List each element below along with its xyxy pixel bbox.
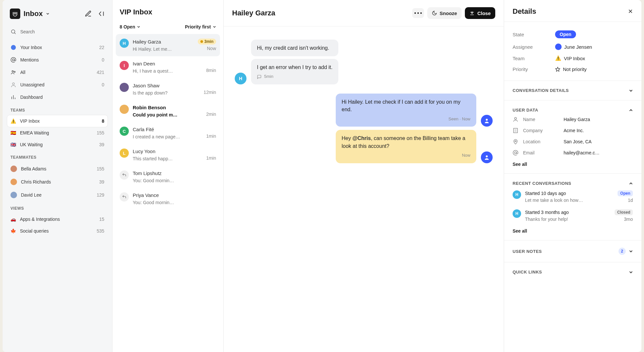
see-all-recent[interactable]: See all: [513, 225, 633, 234]
conversation-name: Carla Fité: [133, 127, 154, 132]
conversation-item[interactable]: Tom Lipshutz You: Good mornin…: [116, 166, 220, 188]
agent-avatar: [481, 115, 493, 127]
conversation-preview: This started happ…: [133, 156, 173, 161]
conversation-items: H Hailey Garza 3min Hi Hailey. Let me… N…: [112, 33, 223, 352]
assignee-value[interactable]: June Jensen: [555, 44, 592, 50]
sidebar-item-label: All: [20, 70, 25, 75]
conversation-preview: Hi, I have a quest…: [133, 68, 173, 74]
teammates-heading: TEAMMATES: [7, 150, 108, 162]
sidebar-item-teammate[interactable]: Chris Richards 39: [7, 175, 108, 188]
recent-status-badge: Open: [618, 190, 633, 196]
sidebar-item-count: 22: [99, 45, 104, 50]
sidebar-item-label: Bella Adams: [21, 166, 46, 171]
compose-icon[interactable]: [85, 10, 92, 17]
recent-conversation-item[interactable]: H Started 10 days ago Open Let me take a…: [513, 187, 633, 206]
star-icon: [555, 67, 560, 72]
svg-point-2: [12, 59, 14, 61]
svg-rect-13: [514, 128, 517, 133]
message-meta: Seen · Now: [342, 116, 470, 122]
conversation-item[interactable]: C Carla Fité I created a new page… 1min: [116, 122, 220, 144]
sidebar-item-all[interactable]: All 421: [7, 66, 108, 79]
conversation-details-section[interactable]: CONVERSATION DETAILS: [504, 81, 641, 100]
user-name-value: Hailey Garza: [564, 117, 590, 122]
user-data-header[interactable]: USER DATA: [513, 106, 633, 114]
chevron-down-icon: [46, 12, 49, 15]
conversation-time: 8min: [206, 68, 216, 73]
conversation-actions: Snooze Close: [412, 7, 495, 19]
message-bubble[interactable]: Hi, my credit card isn't working.: [251, 40, 338, 56]
search-input[interactable]: Search: [7, 26, 108, 38]
user-notes-count: 2: [619, 248, 626, 255]
priority-value[interactable]: Not priority: [555, 66, 587, 72]
svg-point-14: [515, 141, 516, 142]
sidebar-item-teammate[interactable]: Bella Adams 155: [7, 162, 108, 175]
sidebar-item-vip-inbox[interactable]: ⚠️VIP Inbox 8: [7, 115, 108, 127]
user-data-section: USER DATA Name Hailey Garza Company Acme…: [504, 100, 641, 174]
sidebar-item-count: 129: [97, 192, 104, 198]
open-count-dropdown[interactable]: 8 Open: [120, 24, 140, 29]
conversation-name: Ivan Deen: [133, 61, 155, 66]
section-heading: QUICK LINKS: [513, 270, 542, 274]
sidebar-item-mentions[interactable]: Mentions 0: [7, 54, 108, 66]
user-email-row: Email hailey@acme.c…: [513, 147, 633, 158]
conversation-item[interactable]: Jason Shaw Is the app down? 12min: [116, 78, 220, 100]
agent-avatar: [481, 151, 493, 163]
team-value[interactable]: ⚠️VIP Inbox: [555, 55, 585, 61]
conversation-name: Hailey Garza: [133, 39, 161, 44]
message-inbound-group: H Hi, my credit card isn't working. I ge…: [235, 40, 493, 84]
conversation-preview: You: Good mornin…: [133, 178, 174, 183]
sidebar-item-count: 15: [99, 217, 104, 222]
user-notes-section[interactable]: USER NOTES 2: [504, 240, 641, 262]
sidebar-item-label: Unassigned: [20, 82, 44, 87]
recent-conversations-header[interactable]: RECENT CONVERSATIONS: [513, 180, 633, 187]
sidebar-item-social-queries[interactable]: 🍁Social queries 535: [7, 225, 108, 237]
bar-chart-icon: [10, 94, 16, 100]
building-icon: [513, 128, 518, 133]
message-bubble[interactable]: Hi Hailey. Let me check if I can add it …: [336, 94, 476, 127]
conversation-item[interactable]: L Lucy Yoon This started happ… 1min: [116, 144, 220, 166]
conversation-name: Robin Benson: [133, 105, 166, 110]
conversation-item[interactable]: H Hailey Garza 3min Hi Hailey. Let me… N…: [116, 34, 220, 56]
conversation-time: 2min: [206, 112, 216, 117]
conversation-panel: Hailey Garza Snooze Close H: [224, 0, 504, 352]
svg-point-4: [14, 71, 15, 73]
close-details-icon[interactable]: ✕: [628, 8, 633, 15]
conversation-item[interactable]: Robin Benson Could you point m… 2min: [116, 100, 220, 122]
mention[interactable]: @Chris: [352, 135, 371, 141]
see-all-user-data[interactable]: See all: [513, 158, 633, 167]
sidebar-item-emea-waiting[interactable]: 🇪🇸EMEA Waiting 155: [7, 127, 108, 139]
conversation-header: Hailey Garza Snooze Close: [224, 0, 504, 26]
sidebar-item-your-inbox[interactable]: Your Inbox 22: [7, 41, 108, 54]
collapse-sidebar-icon[interactable]: [98, 10, 105, 17]
sidebar-item-uk-waiting[interactable]: 🇬🇧UK Waiting 39: [7, 139, 108, 150]
sidebar-item-unassigned[interactable]: Unassigned 0: [7, 79, 108, 91]
sidebar-item-dashboard[interactable]: Dashboard: [7, 91, 108, 103]
unassigned-icon: [10, 82, 16, 88]
message-meta: 5min: [257, 74, 332, 80]
more-button[interactable]: [412, 8, 424, 18]
user-circle-icon: [10, 44, 16, 50]
conversation-item[interactable]: Priya Vance You: Good mornin…: [116, 188, 220, 210]
sidebar-item-label: Chris Richards: [21, 179, 51, 185]
sort-dropdown[interactable]: Priority first: [185, 24, 216, 29]
sidebar-brand[interactable]: Inbox: [10, 9, 49, 19]
sender-avatar: H: [235, 73, 246, 84]
snooze-button[interactable]: Snooze: [427, 7, 462, 19]
recent-conversation-item[interactable]: H Started 3 months ago Closed Thanks for…: [513, 206, 633, 225]
warning-icon: ⚠️: [555, 55, 561, 61]
sla-pill: 3min: [198, 39, 216, 44]
sidebar-item-teammate[interactable]: David Lee 129: [7, 188, 108, 202]
flag-gb-icon: 🇬🇧: [10, 142, 16, 147]
message-thread: H Hi, my credit card isn't working. I ge…: [224, 26, 504, 352]
sidebar-item-apps-integrations[interactable]: 🚗Apps & Integrations 15: [7, 213, 108, 225]
conversation-item[interactable]: I Ivan Deen Hi, I have a quest… 8min: [116, 56, 220, 78]
close-button[interactable]: Close: [465, 7, 495, 19]
avatar: C: [120, 127, 129, 136]
message-bubble[interactable]: I get an error when I try to add it. 5mi…: [251, 59, 338, 84]
quick-links-section[interactable]: QUICK LINKS: [504, 262, 641, 282]
avatar: I: [120, 61, 129, 70]
sidebar-item-count: 39: [99, 179, 104, 185]
recent-started: Started 3 months ago: [525, 210, 569, 215]
message-bubble[interactable]: Hey @Chris, can someone on the Billing t…: [336, 130, 476, 163]
state-badge[interactable]: Open: [555, 30, 576, 38]
